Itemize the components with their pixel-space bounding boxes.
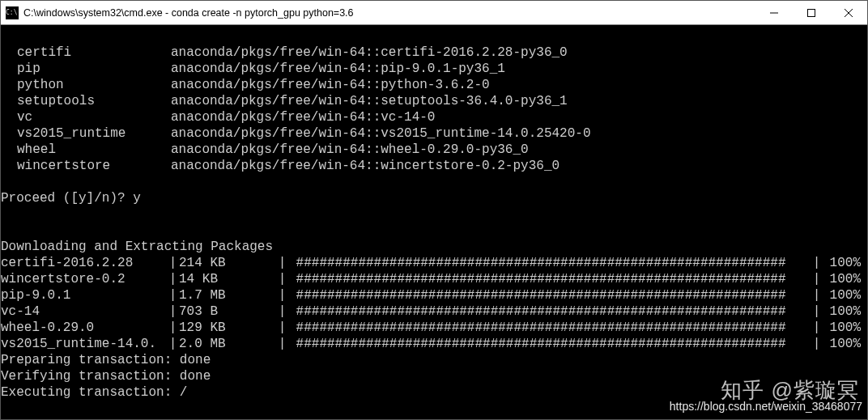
download-size: 129 KB <box>179 320 276 336</box>
package-name: vs2015_runtime <box>17 125 171 142</box>
prompt-answer: y <box>133 191 141 206</box>
download-row: pip-9.0.1|1.7 MB| ######################… <box>1 287 867 303</box>
progress-bar: ########################################… <box>288 287 811 303</box>
download-size: 214 KB <box>179 255 276 271</box>
package-spec: anaconda/pkgs/free/win-64::pip-9.0.1-py3… <box>171 61 505 77</box>
pipe-separator: | <box>811 303 823 320</box>
pipe-separator: | <box>276 320 288 336</box>
verifying-status: done <box>180 369 211 384</box>
package-row: certifianaconda/pkgs/free/win-64::certif… <box>1 45 867 61</box>
download-percent: 100% <box>823 255 867 271</box>
minimize-button[interactable] <box>755 1 793 24</box>
executing-status: / <box>180 385 188 400</box>
package-row: wheelanaconda/pkgs/free/win-64::wheel-0.… <box>1 142 867 158</box>
package-spec: anaconda/pkgs/free/win-64::python-3.6.2-… <box>171 77 490 93</box>
pipe-separator: | <box>811 287 823 303</box>
executing-transaction: Executing transaction: / <box>1 384 867 401</box>
download-progress-list: certifi-2016.2.28|214 KB| ##############… <box>1 255 867 352</box>
package-row: pipanaconda/pkgs/free/win-64::pip-9.0.1-… <box>1 61 867 77</box>
download-row: wincertstore-0.2|14 KB| ################… <box>1 271 867 287</box>
blank-line <box>1 206 867 223</box>
window-controls <box>755 1 867 24</box>
close-icon <box>845 9 853 17</box>
package-row: setuptoolsanaconda/pkgs/free/win-64::set… <box>1 93 867 109</box>
download-size: 2.0 MB <box>179 336 276 352</box>
pipe-separator: | <box>167 336 179 352</box>
download-size: 1.7 MB <box>179 287 276 303</box>
download-name: wincertstore-0.2 <box>1 271 167 287</box>
package-spec: anaconda/pkgs/free/win-64::wincertstore-… <box>171 158 560 174</box>
package-name: wheel <box>17 142 171 158</box>
download-percent: 100% <box>823 303 867 320</box>
pipe-separator: | <box>167 287 179 303</box>
blank-line <box>1 174 867 190</box>
package-name: vc <box>17 109 171 125</box>
pipe-separator: | <box>167 303 179 320</box>
titlebar[interactable]: C:\. C:\windows\system32\cmd.exe - conda… <box>1 1 867 25</box>
download-percent: 100% <box>823 287 867 303</box>
verifying-transaction: Verifying transaction: done <box>1 368 867 384</box>
package-name: certifi <box>17 45 171 61</box>
progress-bar: ########################################… <box>288 255 811 271</box>
progress-bar: ########################################… <box>288 303 811 320</box>
download-row: vs2015_runtime-14.0.|2.0 MB| ###########… <box>1 336 867 352</box>
pipe-separator: | <box>167 320 179 336</box>
package-spec: anaconda/pkgs/free/win-64::wheel-0.29.0-… <box>171 142 529 158</box>
package-row: pythonanaconda/pkgs/free/win-64::python-… <box>1 77 867 93</box>
maximize-icon <box>807 9 815 17</box>
package-spec: anaconda/pkgs/free/win-64::vc-14-0 <box>171 109 435 125</box>
progress-bar: ########################################… <box>288 320 811 336</box>
package-spec: anaconda/pkgs/free/win-64::vs2015_runtim… <box>171 125 590 142</box>
cmd-window: C:\. C:\windows\system32\cmd.exe - conda… <box>0 0 868 420</box>
pipe-separator: | <box>276 271 288 287</box>
download-name: vc-14 <box>1 303 167 320</box>
download-row: certifi-2016.2.28|214 KB| ##############… <box>1 255 867 271</box>
download-name: certifi-2016.2.28 <box>1 255 167 271</box>
package-row: wincertstoreanaconda/pkgs/free/win-64::w… <box>1 158 867 174</box>
terminal-output[interactable]: certifianaconda/pkgs/free/win-64::certif… <box>1 25 867 419</box>
watermark-url: https://blog.csdn.net/weixin_38468077 <box>670 398 862 414</box>
pipe-separator: | <box>811 336 823 352</box>
executing-label: Executing transaction: <box>1 385 180 400</box>
package-row: vs2015_runtimeanaconda/pkgs/free/win-64:… <box>1 125 867 142</box>
progress-bar: ########################################… <box>288 271 811 287</box>
pipe-separator: | <box>276 255 288 271</box>
app-icon: C:\. <box>6 6 19 19</box>
download-size: 703 B <box>179 303 276 320</box>
pipe-separator: | <box>167 255 179 271</box>
package-spec: anaconda/pkgs/free/win-64::certifi-2016.… <box>171 45 568 61</box>
minimize-icon <box>770 9 778 17</box>
pipe-separator: | <box>811 320 823 336</box>
blank-line <box>1 28 867 45</box>
pipe-separator: | <box>276 336 288 352</box>
download-percent: 100% <box>823 320 867 336</box>
blank-line <box>1 223 867 239</box>
package-name: pip <box>17 61 171 77</box>
window-title: C:\windows\system32\cmd.exe - conda crea… <box>23 7 755 19</box>
maximize-button[interactable] <box>793 1 830 24</box>
svg-rect-1 <box>808 9 815 16</box>
download-percent: 100% <box>823 271 867 287</box>
package-spec: anaconda/pkgs/free/win-64::setuptools-36… <box>171 93 568 109</box>
preparing-label: Preparing transaction: <box>1 353 180 367</box>
download-size: 14 KB <box>179 271 276 287</box>
pipe-separator: | <box>167 271 179 287</box>
package-name: python <box>17 77 171 93</box>
download-name: pip-9.0.1 <box>1 287 167 303</box>
download-row: vc-14|703 B| ###########################… <box>1 303 867 320</box>
package-name: wincertstore <box>17 158 171 174</box>
pipe-separator: | <box>276 287 288 303</box>
progress-bar: ########################################… <box>288 336 811 352</box>
download-header: Downloading and Extracting Packages <box>1 239 867 255</box>
prompt-question: Proceed ([y]/n)? <box>1 191 133 206</box>
package-row: vcanaconda/pkgs/free/win-64::vc-14-0 <box>1 109 867 125</box>
verifying-label: Verifying transaction: <box>1 369 180 384</box>
close-button[interactable] <box>830 1 867 24</box>
pipe-separator: | <box>811 255 823 271</box>
preparing-transaction: Preparing transaction: done <box>1 352 867 368</box>
download-name: vs2015_runtime-14.0. <box>1 336 167 352</box>
pipe-separator: | <box>811 271 823 287</box>
package-plan-list: certifianaconda/pkgs/free/win-64::certif… <box>1 45 867 174</box>
proceed-prompt: Proceed ([y]/n)? y <box>1 190 867 206</box>
package-name: setuptools <box>17 93 171 109</box>
